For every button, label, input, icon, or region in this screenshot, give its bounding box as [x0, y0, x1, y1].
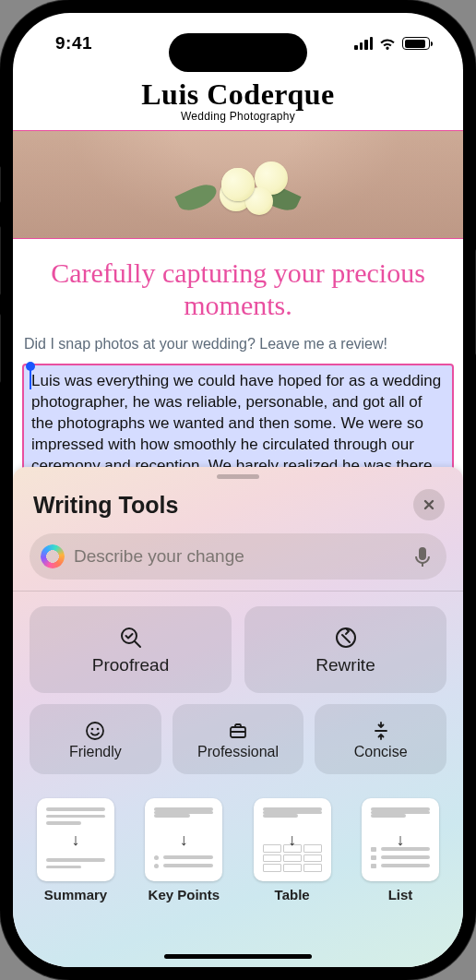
arrow-down-icon: ↓ [288, 831, 296, 850]
photographer-subtitle: Wedding Photography [13, 110, 463, 123]
photographer-name: Luis Coderque [13, 78, 463, 112]
svg-point-2 [87, 723, 103, 739]
bouquet-illustration [183, 143, 293, 226]
professional-label: Professional [197, 744, 279, 760]
key-points-label: Key Points [149, 887, 220, 902]
friendly-label: Friendly [69, 744, 122, 760]
concise-label: Concise [354, 744, 408, 760]
apple-intelligence-icon [41, 544, 65, 568]
tagline: Carefully capturing your precious moment… [13, 239, 463, 334]
close-icon [422, 498, 435, 511]
table-button[interactable]: ↓ [254, 798, 331, 881]
rewrite-button[interactable]: Rewrite [244, 606, 446, 693]
smile-icon [83, 719, 107, 743]
review-prompt: Did I snap photos at your wedding? Leave… [13, 334, 463, 362]
arrow-down-icon: ↓ [396, 831, 404, 850]
wifi-icon [378, 36, 397, 51]
arrow-down-icon: ↓ [180, 831, 188, 850]
arrow-down-icon: ↓ [72, 831, 80, 850]
cellular-icon [354, 37, 373, 50]
friendly-button[interactable]: Friendly [30, 704, 161, 774]
describe-change-placeholder: Describe your change [74, 546, 404, 567]
concise-icon [369, 719, 393, 743]
briefcase-icon [226, 719, 250, 743]
list-label: List [388, 887, 413, 902]
professional-button[interactable]: Professional [173, 704, 304, 774]
proofread-label: Proofread [92, 655, 169, 675]
site-header: Luis Coderque Wedding Photography [13, 74, 463, 130]
writing-tools-panel: Writing Tools Describe your change [13, 467, 463, 967]
concise-button[interactable]: Concise [315, 704, 446, 774]
status-time: 9:41 [55, 33, 92, 54]
magnifier-check-icon [117, 624, 145, 651]
summary-button[interactable]: ↓ [37, 798, 114, 881]
close-button[interactable] [413, 489, 445, 520]
svg-point-4 [97, 727, 100, 730]
home-indicator[interactable] [164, 954, 312, 959]
summary-label: Summary [44, 887, 107, 902]
microphone-icon[interactable] [413, 546, 432, 567]
key-points-button[interactable]: ↓ [145, 798, 222, 881]
rewrite-icon [332, 624, 360, 651]
panel-title: Writing Tools [33, 492, 178, 519]
list-button[interactable]: ↓ [362, 798, 439, 881]
hero-image [13, 130, 463, 239]
table-label: Table [275, 887, 310, 902]
rewrite-label: Rewrite [315, 655, 375, 675]
dynamic-island [169, 33, 307, 72]
svg-point-3 [91, 727, 94, 730]
text-caret [30, 369, 31, 389]
proofread-button[interactable]: Proofread [30, 606, 232, 693]
describe-change-input[interactable]: Describe your change [30, 533, 446, 580]
battery-icon [402, 37, 430, 50]
